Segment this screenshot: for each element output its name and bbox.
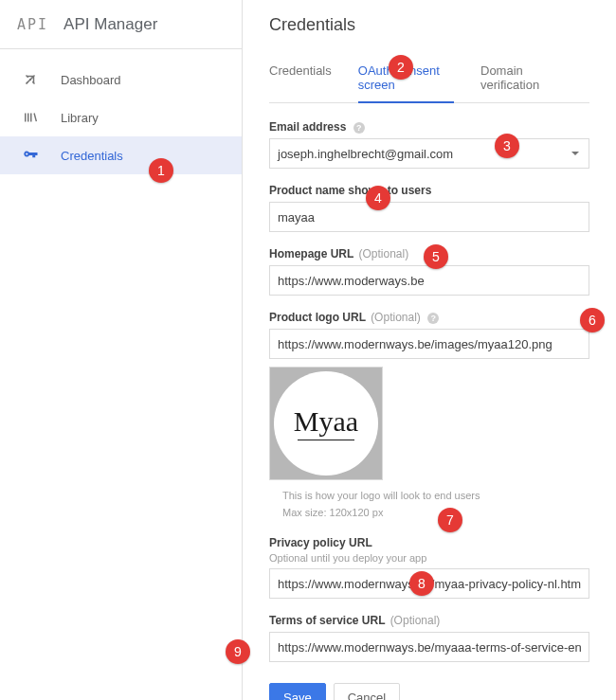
product-name-group: Product name shown to users <box>269 184 589 232</box>
sidebar-header: API API Manager <box>0 0 242 49</box>
sidebar-item-dashboard[interactable]: Dashboard <box>0 61 242 99</box>
button-row: Save Cancel <box>269 683 589 700</box>
sidebar-item-label: Credentials <box>61 149 123 163</box>
privacy-label: Privacy policy URL <box>269 536 589 549</box>
chevron-down-icon <box>571 152 579 155</box>
page-title: Credentials <box>269 15 589 54</box>
callout-2: 2 <box>389 55 413 80</box>
main-content: Credentials Credentials OAuth consent sc… <box>243 0 616 700</box>
api-logo: API <box>17 16 48 33</box>
dashboard-icon <box>21 70 40 89</box>
svg-point-0 <box>29 79 31 81</box>
email-label: Email address ? <box>269 120 589 134</box>
sidebar-item-library[interactable]: Library <box>0 99 242 136</box>
logo-preview: Myaa <box>269 367 383 480</box>
sidebar-item-credentials[interactable]: Credentials <box>0 136 242 174</box>
nav-list: Dashboard Library Credentials <box>0 49 242 174</box>
callout-4: 4 <box>366 186 390 210</box>
sidebar-item-label: Dashboard <box>61 73 121 87</box>
save-button[interactable]: Save <box>269 683 326 700</box>
email-select[interactable]: joseph.inghelbrecht@gmail.com <box>269 138 589 169</box>
logo-caption-2: Max size: 120x120 px <box>282 505 589 522</box>
library-icon <box>21 108 40 127</box>
tabs: Credentials OAuth consent screen Domain … <box>269 54 589 103</box>
key-icon <box>21 146 40 165</box>
tos-group: Terms of service URL (Optional) <box>269 614 589 662</box>
tab-credentials[interactable]: Credentials <box>269 54 332 103</box>
callout-8: 8 <box>409 571 434 596</box>
tos-label: Terms of service URL (Optional) <box>269 614 589 627</box>
logo-url-input[interactable] <box>269 329 589 359</box>
cancel-button[interactable]: Cancel <box>334 683 400 700</box>
email-value: joseph.inghelbrecht@gmail.com <box>278 147 453 161</box>
homepage-input[interactable] <box>269 265 589 296</box>
callout-7: 7 <box>438 508 462 532</box>
logo-preview-text: Myaa <box>294 407 358 436</box>
logo-circle: Myaa <box>274 371 378 476</box>
tab-domain-verification[interactable]: Domain verification <box>480 54 563 103</box>
help-icon[interactable]: ? <box>353 122 365 134</box>
tos-input[interactable] <box>269 632 589 662</box>
sidebar-title: API Manager <box>63 15 157 34</box>
sidebar: API API Manager Dashboard Library Cred <box>0 0 243 700</box>
product-name-label: Product name shown to users <box>269 184 589 197</box>
callout-3: 3 <box>495 134 519 158</box>
email-group: Email address ? joseph.inghelbrecht@gmai… <box>269 120 589 169</box>
callout-6: 6 <box>580 308 605 332</box>
sidebar-item-label: Library <box>61 111 99 125</box>
callout-5: 5 <box>424 244 448 269</box>
callout-1: 1 <box>149 158 173 183</box>
logo-url-group: Product logo URL (Optional) ? Myaa This … <box>269 311 589 521</box>
privacy-sublabel: Optional until you deploy your app <box>269 552 589 564</box>
logo-url-label: Product logo URL (Optional) ? <box>269 311 589 324</box>
help-icon[interactable]: ? <box>427 313 439 324</box>
product-name-input[interactable] <box>269 202 589 232</box>
logo-caption-1: This is how your logo will look to end u… <box>282 488 589 505</box>
callout-9: 9 <box>226 639 250 664</box>
